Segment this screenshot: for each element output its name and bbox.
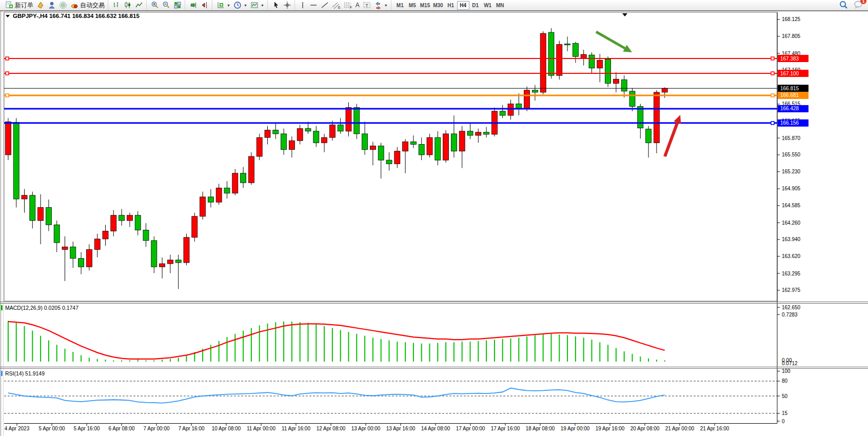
timeframe-button-m15[interactable]: M15 xyxy=(419,1,431,10)
vertical-line-button[interactable] xyxy=(298,1,308,10)
macd-label: MACD(12,26,9) 0.0205 0.1747 xyxy=(5,305,78,311)
profiles-button[interactable] xyxy=(46,1,57,10)
time-axis-label: 14 Apr 08:00 xyxy=(421,426,450,431)
price-tick-label: 164.260 xyxy=(782,220,801,226)
auto-trading-button[interactable]: 自动交易 xyxy=(69,1,106,10)
price-tick-label: 165.550 xyxy=(782,152,801,157)
timeframe-button-m30[interactable]: M30 xyxy=(431,1,444,10)
new-order-button[interactable]: 新订单 xyxy=(4,1,35,10)
auto-trading-label: 自动交易 xyxy=(80,1,105,10)
price-line-label: 166.428 xyxy=(780,106,799,111)
chart-area[interactable]: 168.125167.805167.480167.160166.840166.5… xyxy=(0,11,868,436)
templates-icon xyxy=(250,1,259,9)
tile-windows-button[interactable] xyxy=(172,1,183,10)
rsi-label: RSI(14) 51.9149 xyxy=(5,370,45,376)
trendline-button[interactable] xyxy=(319,1,330,10)
time-axis-label: 18 Apr 08:00 xyxy=(526,426,555,431)
chat-button[interactable]: 1 xyxy=(854,0,863,11)
fibonacci-button[interactable]: F xyxy=(342,1,354,10)
price-line-label: 166.156 xyxy=(780,120,799,126)
arrows-tool-button[interactable]: ▼ xyxy=(372,1,389,10)
periods-button[interactable]: ▼ xyxy=(232,1,249,10)
candlestick-chart-icon xyxy=(124,1,132,9)
text-button[interactable]: A xyxy=(354,1,361,10)
time-axis-label: 5 Apr 00:00 xyxy=(38,426,65,431)
templates-button[interactable]: ▼ xyxy=(249,1,266,10)
new-order-icon xyxy=(5,1,13,9)
svg-text:F: F xyxy=(350,6,352,9)
time-axis-label: 13 Apr 00:00 xyxy=(351,426,381,431)
line-chart-button[interactable] xyxy=(133,1,145,10)
profiles-icon xyxy=(48,1,56,9)
macd-axis-label: 0.0712 xyxy=(782,361,798,366)
toolbar: 新订单 自动交易 xyxy=(0,0,868,11)
time-axis-label: 21 Apr 00:00 xyxy=(665,426,695,431)
indicators-button[interactable]: ▼ xyxy=(215,1,232,10)
price-tick-label: 165.230 xyxy=(782,169,801,174)
price-tick-label: 163.620 xyxy=(782,253,801,259)
svg-text:E: E xyxy=(338,6,341,9)
time-axis-label: 11 Apr 00:00 xyxy=(247,426,275,431)
radar-icon xyxy=(59,1,67,9)
cursor-button[interactable] xyxy=(270,1,282,10)
fibonacci-icon: F xyxy=(344,1,352,9)
time-axis-label: 11 Apr 16:00 xyxy=(282,426,310,431)
trendline-icon xyxy=(321,1,329,9)
price-tick-label: 164.585 xyxy=(782,203,801,208)
timeframe-button-h1[interactable]: H1 xyxy=(445,1,457,10)
rsi-axis-label: 50 xyxy=(782,393,788,399)
price-line-label: 166.815 xyxy=(780,86,799,91)
timeframe-button-mn[interactable]: MN xyxy=(494,1,506,10)
text-label-button[interactable]: T xyxy=(361,1,372,10)
candlestick-chart-button[interactable] xyxy=(122,1,133,10)
channel-button[interactable]: E xyxy=(330,1,342,10)
timeframe-bar: M1M5M15M30H1H4D1W1MN xyxy=(391,0,508,10)
macd-axis-label: 0.7283 xyxy=(782,312,798,318)
price-line-label: 167.100 xyxy=(780,71,799,76)
bar-chart-icon xyxy=(112,1,121,9)
arrows-tool-icon xyxy=(374,1,382,9)
new-chart-button[interactable] xyxy=(35,1,46,10)
time-axis-label: 17 Apr 00:00 xyxy=(456,426,485,431)
templates-caret: ▼ xyxy=(261,4,264,7)
indicators-icon xyxy=(216,1,225,9)
rsi-axis-label: 0 xyxy=(782,419,785,424)
time-axis-label: 19 Apr 16:00 xyxy=(596,426,625,431)
time-axis-label: 6 Apr 08:00 xyxy=(108,426,135,431)
search-button[interactable] xyxy=(837,1,850,10)
chat-badge: 1 xyxy=(860,0,866,4)
tile-windows-icon xyxy=(173,1,182,9)
timeframe-button-m1[interactable]: M1 xyxy=(394,1,406,10)
chart-shift-icon xyxy=(201,1,209,9)
timeframe-button-h4[interactable]: H4 xyxy=(457,1,469,10)
cursor-icon xyxy=(272,1,280,9)
text-label-icon: T xyxy=(363,1,371,9)
price-tick-label: 164.905 xyxy=(782,186,801,191)
timeframe-button-m5[interactable]: M5 xyxy=(406,1,419,10)
timeframe-button-w1[interactable]: W1 xyxy=(482,1,494,10)
time-axis-label: 12 Apr 08:00 xyxy=(317,426,346,431)
zoom-in-icon xyxy=(151,1,159,9)
auto-scroll-icon xyxy=(189,1,198,9)
text-icon: A xyxy=(356,2,360,9)
rsi-axis-label: 100 xyxy=(782,368,791,374)
channel-icon: E xyxy=(332,1,341,9)
crosshair-button[interactable] xyxy=(282,1,293,10)
chart-shift-button[interactable] xyxy=(199,1,210,10)
price-tick-label: 162.975 xyxy=(782,287,801,293)
horizontal-line-button[interactable] xyxy=(308,1,319,10)
zoom-out-button[interactable] xyxy=(161,1,172,10)
market-watch-button[interactable] xyxy=(57,1,69,10)
line-chart-icon xyxy=(135,1,143,9)
arrows-caret: ▼ xyxy=(384,4,388,7)
svg-text:T: T xyxy=(365,3,368,8)
timeframe-button-d1[interactable]: D1 xyxy=(469,1,482,10)
zoom-out-icon xyxy=(162,1,170,9)
time-axis-label: 7 Apr 00:00 xyxy=(143,426,170,431)
auto-scroll-button[interactable] xyxy=(188,1,199,10)
time-axis-label: 4 Apr 2023 xyxy=(5,426,30,431)
bar-chart-button[interactable] xyxy=(111,1,122,10)
zoom-in-button[interactable] xyxy=(149,1,161,10)
rsi-axis-label: 15 xyxy=(782,410,788,416)
horizontal-line-icon xyxy=(309,1,318,9)
